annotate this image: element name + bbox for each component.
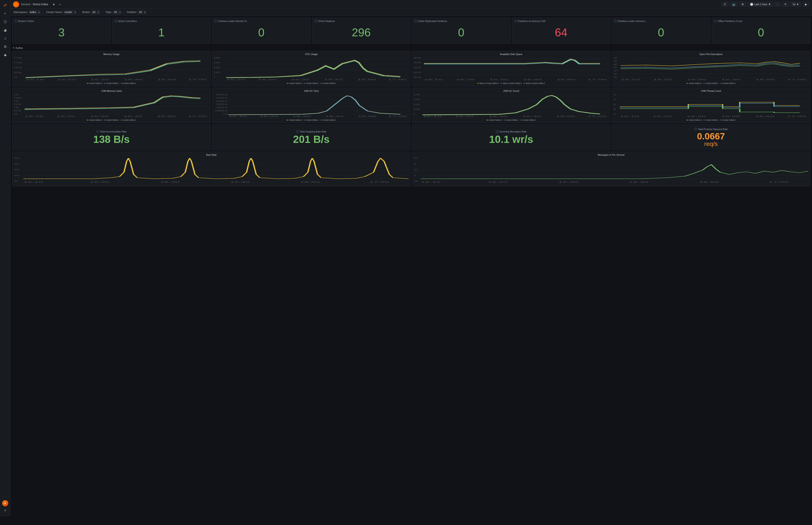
namespace-select[interactable]: kafka: [28, 10, 41, 14]
chart-fd-title: Open File Descriptors: [614, 53, 808, 56]
svg-text:16:20: 16:20: [488, 181, 508, 183]
byte-rate-title: Byte Rate: [14, 153, 409, 156]
topic-label: Topic: [105, 11, 111, 14]
cluster-name-select[interactable]: cluster: [63, 10, 77, 14]
svg-text:16:20: 16:20: [259, 115, 278, 117]
sidebar-icon-help[interactable]: ?: [2, 508, 9, 514]
stat-title-label-2: Unclean Leader Election R...: [218, 20, 249, 22]
broker-label: Broker: [82, 11, 90, 14]
kafka-section-title: Kafka: [16, 46, 23, 49]
broker-select[interactable]: All: [91, 10, 100, 14]
sidebar: ☍ + ☷ ◕ ♫ ⚙ ◆ G ?: [0, 0, 11, 516]
time-range-label: Last 1 hour: [754, 3, 767, 6]
svg-text:16:40: 16:40: [325, 115, 344, 117]
svg-text:16:50: 16:50: [699, 181, 719, 183]
info-icon-1[interactable]: i: [115, 19, 117, 22]
memory-legend: cluster-kafka-0 cluster-kafka-1 cluster-…: [14, 82, 209, 85]
info-icon-3[interactable]: i: [314, 19, 317, 22]
interval-button[interactable]: 5s ▼: [790, 2, 801, 7]
produce-req-value-line1: 0.0667: [697, 132, 725, 141]
incoming-byte-title: i Total Incoming Byte Rate: [96, 130, 126, 133]
info-icon-incoming[interactable]: i: [96, 130, 99, 133]
info-icon-msg[interactable]: i: [496, 130, 499, 133]
y-label-cpu-0: 0.0800: [214, 57, 225, 59]
dashboard-main: i Brokers Online 3 i Active Controllers …: [11, 16, 812, 188]
filter-divider-1: [43, 10, 44, 14]
stat-value-6: 0: [614, 25, 708, 40]
chart-jvm-gc-time: JVM GC Time 0.000300 ms0.000250 ms0.0002…: [212, 88, 410, 123]
info-icon-5[interactable]: i: [514, 19, 517, 22]
y-label-mem-3: 954 MiB: [14, 71, 25, 74]
incoming-byte-value: 138 B/s: [93, 134, 130, 145]
info-icon-produce[interactable]: i: [694, 127, 697, 131]
info-icon-7[interactable]: i: [714, 19, 717, 22]
add-panel-button[interactable]: ☷: [721, 2, 728, 7]
sidebar-icon-settings[interactable]: ⚙: [2, 43, 9, 50]
cpu-usage-chart: 16:10 16:20 16:30 16:40 16:50 17:00: [226, 57, 409, 81]
topic-select[interactable]: All: [112, 10, 122, 14]
sidebar-icon-shield[interactable]: ◆: [2, 51, 9, 58]
time-range-button[interactable]: 🕐 Last 1 hour ▼: [748, 2, 773, 7]
svg-text:17:00: 17:00: [388, 115, 407, 117]
top-nav: General / Strimzi Kafka ★ ⤿ ☷ 📺 ⚙ 🕐: [11, 0, 812, 9]
info-icon-outgoing[interactable]: i: [296, 130, 299, 133]
display-button[interactable]: ▶: [803, 2, 809, 7]
svg-text:16:10: 16:10: [620, 115, 639, 117]
chart-jvm-thread: JVM Thread Count 9290888684: [612, 88, 810, 123]
settings-icon: ⚙: [741, 3, 744, 6]
info-icon-2[interactable]: i: [214, 19, 217, 22]
sidebar-icon-bell[interactable]: ♫: [2, 35, 9, 42]
tv-mode-button[interactable]: 📺: [730, 2, 738, 7]
refresh-button[interactable]: ↻: [782, 2, 789, 7]
sidebar-icon-grid[interactable]: ☷: [2, 18, 9, 25]
jvm-thread-legend: cluster-kafka-0 cluster-kafka-1 cluster-…: [614, 119, 808, 121]
svg-text:16:10: 16:10: [26, 78, 44, 81]
interval-chevron: ▼: [796, 3, 799, 6]
kafka-section-header[interactable]: ▼ Kafka: [12, 45, 810, 51]
stat-card-title-1: i Active Controllers: [115, 19, 209, 22]
stat-value-7: 0: [714, 25, 808, 40]
stat-title-label-4: Under Replicated Partitions: [418, 20, 447, 22]
star-button[interactable]: ★: [51, 2, 56, 6]
share-button[interactable]: ⤿: [58, 2, 62, 6]
svg-text:16:10: 16:10: [25, 115, 44, 117]
info-icon-4[interactable]: i: [414, 19, 417, 22]
y-label-fd-6: 360: [614, 76, 620, 78]
nav-icons: ★ ⤿: [51, 2, 62, 6]
svg-text:16:40: 16:40: [522, 115, 541, 117]
zoom-out-button[interactable]: −: [775, 2, 781, 7]
svg-text:16:40: 16:40: [230, 181, 250, 183]
stat-card-title-5: i Partitions at minimum ISR: [514, 19, 608, 22]
y-label-mem-1: 2.79 GiB: [14, 62, 25, 64]
chart-jvm-mem-title: JVM Memory Used: [14, 90, 209, 92]
chart-file-descriptors: Open File Descriptors 390 385 380 375 37…: [612, 51, 810, 86]
jvm-mem-chart: 16:10 16:20 16:30 16:40 16:50 17:00: [25, 93, 209, 117]
svg-text:16:10: 16:10: [621, 78, 640, 81]
nav-right: ☷ 📺 ⚙ 🕐 Last 1 hour ▼ − ↻ 5s ▼: [721, 2, 809, 7]
svg-text:17:00: 17:00: [369, 181, 389, 183]
stat-value-5: 64: [514, 25, 608, 40]
outgoing-byte-value: 201 B/s: [293, 134, 329, 145]
stat-title-label-3: Online Replicas: [318, 20, 335, 22]
partition-select[interactable]: All: [137, 10, 147, 14]
stat-card-partitions-under-min: i Partitions under minimum... 0: [612, 18, 710, 44]
namespace-label: Namespace: [14, 11, 27, 14]
info-icon-6[interactable]: i: [614, 19, 617, 22]
jvm-gc-count-legend: cluster-kafka-0 cluster-kafka-1 cluster-…: [414, 119, 608, 121]
stat-card-title-6: i Partitions under minimum...: [614, 19, 708, 22]
y-label-disk-2: 993 GiB: [414, 66, 423, 69]
breadcrumb-home[interactable]: General: [21, 3, 30, 6]
content-area: General / Strimzi Kafka ★ ⤿ ☷ 📺 ⚙ 🕐: [11, 0, 812, 516]
sidebar-icon-compass[interactable]: ◕: [2, 27, 9, 33]
svg-text:17:00: 17:00: [787, 78, 806, 81]
info-icon-0[interactable]: i: [15, 19, 17, 22]
settings-button[interactable]: ⚙: [739, 2, 746, 7]
chart-jvm-gc-title: JVM GC Time: [214, 90, 409, 92]
stat-value-1: 1: [115, 25, 209, 40]
charts-row-1: Memory Usage 3.73 GiB 2.79 GiB 1.86 GiB …: [12, 51, 810, 86]
svg-text:16:20: 16:20: [56, 115, 75, 117]
sidebar-icon-plus[interactable]: +: [2, 10, 9, 17]
sidebar-icon-search[interactable]: ☍: [2, 2, 9, 9]
interval-label: 5s: [793, 3, 796, 6]
avatar[interactable]: G: [2, 500, 8, 506]
